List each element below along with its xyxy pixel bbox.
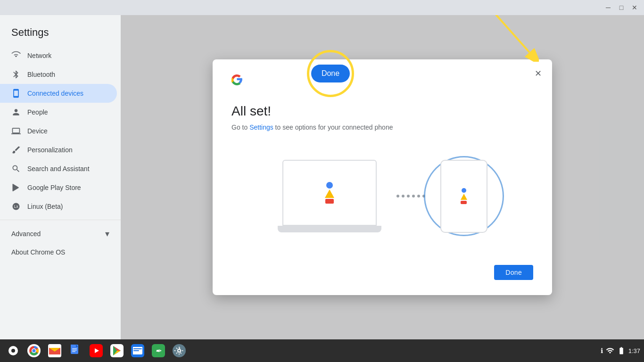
wifi-icon xyxy=(11,51,21,60)
settings-link[interactable]: Settings xyxy=(249,123,273,131)
sidebar-divider xyxy=(0,220,121,220)
main-content: ✕ All set! Go to Settings to see options… xyxy=(121,15,644,339)
phone-container xyxy=(440,160,487,233)
sidebar-item-people[interactable]: People xyxy=(0,103,117,122)
sidebar-advanced-label: Advanced xyxy=(11,230,41,238)
sidebar-item-advanced[interactable]: Advanced ▾ xyxy=(0,224,121,244)
sidebar-item-personalization[interactable]: Personalization xyxy=(0,140,117,159)
clock-display: 1:37 xyxy=(628,347,640,354)
phone-person-base xyxy=(461,201,467,204)
laptop-person-figure xyxy=(325,182,334,204)
sidebar-item-device[interactable]: Device xyxy=(0,122,117,140)
person-body xyxy=(325,189,334,198)
sidebar-connected-devices-label: Connected devices xyxy=(27,90,83,97)
subtitle-text: Go to xyxy=(231,123,249,131)
search-icon xyxy=(11,164,21,173)
person-icon xyxy=(11,107,21,117)
info-icon: ℹ xyxy=(601,347,603,354)
sidebar-item-network[interactable]: Network xyxy=(0,46,117,65)
dot-2 xyxy=(402,195,405,197)
done-highlight-button[interactable]: Done xyxy=(311,65,350,82)
brush-icon xyxy=(11,145,21,155)
dot-3 xyxy=(407,195,410,197)
dot-1 xyxy=(396,195,399,197)
laptop-icon xyxy=(11,126,21,136)
sidebar-search-assistant-label: Search and Assistant xyxy=(27,165,90,173)
dialog-overlay: ✕ All set! Go to Settings to see options… xyxy=(121,15,644,339)
svg-point-5 xyxy=(11,349,15,353)
subtitle-suffix: to see options for your connected phone xyxy=(273,123,393,131)
svg-point-9 xyxy=(33,349,36,353)
svg-text:✒: ✒ xyxy=(155,347,162,355)
sidebar: Settings Network Bluetooth Connected dev… xyxy=(0,15,121,339)
dialog-title: All set! xyxy=(231,104,533,119)
linux-icon: Lx xyxy=(11,202,21,211)
phone-android-icon xyxy=(11,89,21,98)
bluetooth-icon xyxy=(11,70,21,79)
sidebar-item-connected-devices[interactable]: Connected devices xyxy=(0,84,117,103)
dot-4 xyxy=(412,195,415,197)
svg-rect-15 xyxy=(72,350,77,351)
svg-rect-13 xyxy=(71,345,76,350)
settings-title: Settings xyxy=(0,23,121,46)
minimize-button[interactable]: ─ xyxy=(602,2,615,13)
wifi-status-icon xyxy=(606,346,614,355)
phone-person-figure xyxy=(461,188,467,204)
sidebar-item-google-play[interactable]: Google Play Store xyxy=(0,178,117,197)
about-chrome-label: About Chrome OS xyxy=(11,248,65,256)
battery-icon xyxy=(617,346,626,355)
launcher-button[interactable] xyxy=(4,341,23,360)
sidebar-people-label: People xyxy=(27,108,48,116)
connection-dots xyxy=(396,195,425,197)
titlebar: ─ □ ✕ xyxy=(0,0,644,15)
dialog-actions: Done xyxy=(231,257,533,280)
phone-person-body xyxy=(461,194,467,200)
person-base xyxy=(325,199,334,204)
chevron-down-icon: ▾ xyxy=(105,229,109,239)
dialog-subtitle: Go to Settings to see options for your c… xyxy=(231,123,533,131)
laptop-illustration xyxy=(278,160,381,232)
svg-rect-16 xyxy=(72,351,75,352)
phone-illustration xyxy=(440,160,487,233)
sidebar-bluetooth-label: Bluetooth xyxy=(27,71,55,78)
os-window: Settings Network Bluetooth Connected dev… xyxy=(0,15,644,339)
svg-line-3 xyxy=(492,15,529,52)
play-store-icon xyxy=(11,183,21,192)
svg-text:Lx: Lx xyxy=(14,204,19,209)
device-illustration: Done xyxy=(231,144,533,257)
done-button[interactable]: Done xyxy=(494,265,533,280)
phone-person-head xyxy=(462,188,466,193)
svg-rect-14 xyxy=(72,348,77,349)
done-button-highlight: Done xyxy=(307,50,354,97)
taskbar: ✒ ℹ 1:37 xyxy=(0,339,644,362)
sidebar-item-linux-beta[interactable]: Lx Linux (Beta) xyxy=(0,197,117,216)
laptop-base xyxy=(278,226,381,232)
arrow-indicator xyxy=(482,15,539,62)
sidebar-network-label: Network xyxy=(27,52,51,59)
youtube-app[interactable] xyxy=(87,341,106,360)
maximize-button[interactable]: □ xyxy=(615,2,628,13)
laptop-screen xyxy=(282,160,377,226)
all-set-dialog: ✕ All set! Go to Settings to see options… xyxy=(213,59,552,295)
sidebar-google-play-label: Google Play Store xyxy=(27,184,81,191)
play-store-app[interactable] xyxy=(107,341,126,360)
chrome-app[interactable] xyxy=(25,341,43,360)
google-logo xyxy=(231,74,253,96)
settings-app[interactable] xyxy=(170,341,189,360)
person-head xyxy=(326,182,333,189)
sidebar-item-about[interactable]: About Chrome OS xyxy=(0,244,121,261)
dialog-close-button[interactable]: ✕ xyxy=(531,67,545,80)
system-tray: ℹ 1:37 xyxy=(601,346,640,355)
docs-app[interactable] xyxy=(66,341,85,360)
sidebar-item-bluetooth[interactable]: Bluetooth xyxy=(0,65,117,84)
window-close-button[interactable]: ✕ xyxy=(628,2,641,13)
sidebar-device-label: Device xyxy=(27,127,48,135)
sidebar-item-search-assistant[interactable]: Search and Assistant xyxy=(0,159,117,178)
sidebar-personalization-label: Personalization xyxy=(27,146,73,154)
dot-5 xyxy=(417,195,420,197)
messages-app[interactable] xyxy=(128,341,147,360)
gmail-app[interactable] xyxy=(45,341,64,360)
sidebar-linux-label: Linux (Beta) xyxy=(27,203,63,210)
cursive-app[interactable]: ✒ xyxy=(149,341,168,360)
